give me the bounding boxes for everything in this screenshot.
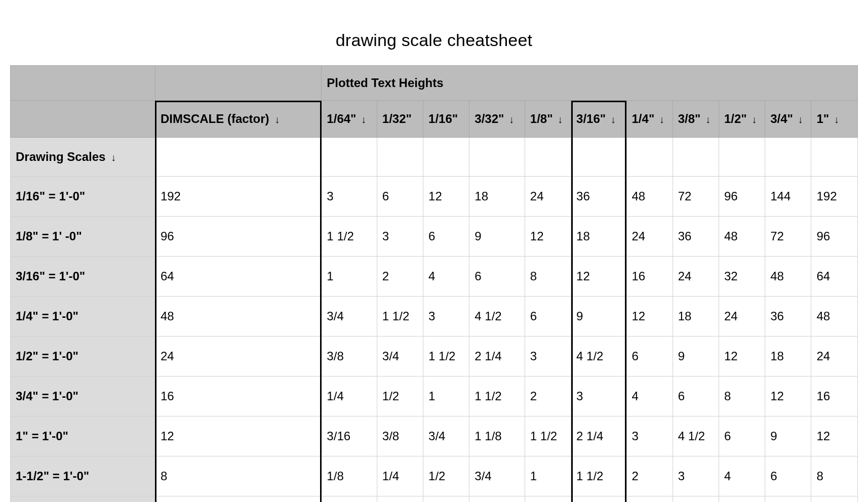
value-cell: 3 (571, 377, 626, 416)
value-cell: 16 (626, 257, 673, 297)
dimscale-cell: 24 (155, 337, 321, 377)
header-text-height[interactable]: 1/16" (423, 101, 469, 138)
drawing-scales-header-cell[interactable]: Drawing Scales ↓ (11, 138, 155, 177)
dimscale-cell: 8 (155, 456, 321, 496)
empty-cell (469, 138, 525, 177)
header-text-height[interactable]: 1" ↓ (811, 101, 858, 138)
value-cell: 24 (811, 337, 858, 377)
dimscale-cell: 64 (155, 257, 321, 297)
value-cell: 4 (423, 257, 469, 297)
header-text-height-label: 3/32" (475, 112, 504, 126)
value-cell: 72 (765, 217, 811, 257)
value-cell: 6 (673, 377, 719, 416)
value-cell: 1/4 (377, 456, 423, 496)
value-cell: 4 (719, 456, 765, 496)
value-cell: 4 (626, 377, 673, 416)
value-cell: 2 (377, 257, 423, 297)
header-text-height[interactable]: 1/4" ↓ (626, 101, 673, 138)
value-cell: 48 (719, 217, 765, 257)
drawing-scale-cell: 3/16" = 1'-0" (11, 257, 155, 297)
sort-arrow-icon: ↓ (356, 114, 366, 125)
value-cell: 2 (719, 496, 765, 503)
value-cell: 1/16 (322, 496, 377, 503)
value-cell: 8 (811, 456, 858, 496)
header-text-height[interactable]: 1/8" ↓ (525, 101, 571, 138)
empty-cell (673, 138, 719, 177)
value-cell: 1 1/2 (423, 337, 469, 377)
value-cell: 4 1/2 (571, 337, 626, 377)
value-cell: 4 1/2 (673, 416, 719, 456)
value-cell: 3 (423, 297, 469, 337)
value-cell: 1 1/2 (673, 496, 719, 503)
value-cell: 96 (719, 177, 765, 217)
value-cell: 3/4 (423, 416, 469, 456)
sort-arrow-icon: ↓ (553, 114, 563, 125)
header-text-height-label: 1/4" (632, 112, 655, 126)
value-cell: 96 (811, 217, 858, 257)
header-text-height-label: 1/2" (724, 112, 747, 126)
header-text-height[interactable]: 3/4" ↓ (765, 101, 811, 138)
value-cell: 3/8 (322, 337, 377, 377)
value-cell: 6 (377, 177, 423, 217)
value-cell: 8 (525, 257, 571, 297)
header-text-height[interactable]: 3/32" ↓ (469, 101, 525, 138)
table-head: Plotted Text Heights DIMSCALE (factor) ↓… (11, 66, 858, 138)
value-cell: 3 (525, 337, 571, 377)
cheatsheet-table: Plotted Text Heights DIMSCALE (factor) ↓… (10, 65, 858, 502)
header-text-height-label: 1" (816, 112, 829, 126)
header-text-height-label: 3/16" (576, 112, 606, 126)
value-cell: 1/2 (423, 456, 469, 496)
dimscale-cell: 192 (155, 177, 321, 217)
sort-arrow-icon: ↓ (701, 114, 711, 125)
drawing-scale-cell: 3/4" = 1'-0" (11, 377, 155, 416)
sort-arrow-icon: ↓ (793, 114, 803, 125)
value-cell: 3 (765, 496, 811, 503)
value-cell: 1 1/8 (469, 416, 525, 456)
header-text-height[interactable]: 1/64" ↓ (322, 101, 377, 138)
value-cell: 9 (469, 217, 525, 257)
sort-arrow-icon: ↓ (109, 152, 116, 163)
value-cell: 3/4 (377, 337, 423, 377)
value-cell: 4 (811, 496, 858, 503)
table-row: 1/8" = 1' -0"961 1/236912182436487296 (11, 217, 858, 257)
value-cell: 3/4 (571, 496, 626, 503)
header-text-height[interactable]: 3/16" ↓ (571, 101, 626, 138)
value-cell: 12 (571, 257, 626, 297)
table-row: 3/4" = 1'-0"161/41/211 1/2234681216 (11, 377, 858, 416)
header-dimscale-label: DIMSCALE (factor) (161, 112, 269, 126)
table-row: 1-1/2" = 1'-0"81/81/41/23/411 1/223468 (11, 456, 858, 496)
header-text-height[interactable]: 1/2" ↓ (719, 101, 765, 138)
value-cell: 3/16 (322, 416, 377, 456)
value-cell: 48 (811, 297, 858, 337)
empty-cell (377, 138, 423, 177)
header-text-height[interactable]: 3/8" ↓ (673, 101, 719, 138)
header-blank-2 (155, 66, 321, 101)
header-text-height-label: 1/64" (327, 112, 356, 126)
value-cell: 8 (719, 377, 765, 416)
value-cell: 1/2 (377, 377, 423, 416)
drawing-scale-cell: 3" = 1'-0" (11, 496, 155, 503)
value-cell: 48 (626, 177, 673, 217)
value-cell: 12 (423, 177, 469, 217)
empty-cell (571, 138, 626, 177)
table-body: Drawing Scales ↓ 1/16" = 1'-0"1923612182… (11, 138, 858, 503)
value-cell: 3/4 (322, 297, 377, 337)
header-dimscale[interactable]: DIMSCALE (factor) ↓ (155, 101, 321, 138)
table-row: 1/2" = 1'-0"243/83/41 1/22 1/434 1/26912… (11, 337, 858, 377)
empty-cell (719, 138, 765, 177)
value-cell: 3 (322, 177, 377, 217)
page: drawing scale cheatsheet Plotted Text He… (0, 0, 868, 502)
value-cell: 1 (525, 456, 571, 496)
value-cell: 1 (322, 257, 377, 297)
value-cell: 6 (469, 257, 525, 297)
sort-arrow-icon: ↓ (504, 114, 514, 125)
dimscale-cell: 96 (155, 217, 321, 257)
dimscale-cell: 4 (155, 496, 321, 503)
header-text-height[interactable]: 1/32" (377, 101, 423, 138)
table-row: 1/16" = 1'-0"1923612182436487296144192 (11, 177, 858, 217)
value-cell: 1 (423, 377, 469, 416)
value-cell: 18 (469, 177, 525, 217)
value-cell: 6 (525, 297, 571, 337)
value-cell: 12 (719, 337, 765, 377)
value-cell: 144 (765, 177, 811, 217)
